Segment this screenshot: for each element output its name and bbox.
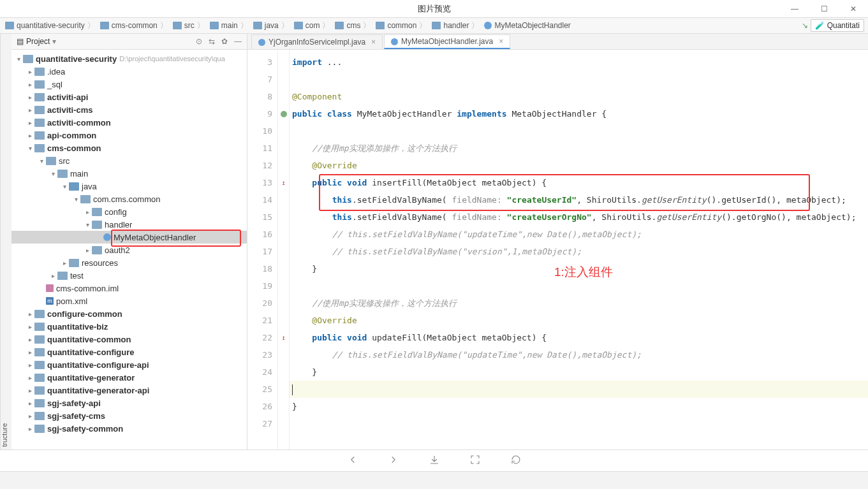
breadcrumb-item[interactable]: handler〉 xyxy=(430,20,483,31)
chevron-right-icon[interactable]: ▸ xyxy=(26,132,34,139)
next-icon[interactable] xyxy=(388,454,399,467)
chevron-right-icon[interactable]: ▸ xyxy=(26,310,34,317)
close-icon[interactable]: × xyxy=(499,37,503,46)
chevron-right-icon[interactable]: ▸ xyxy=(83,208,92,215)
fullscreen-icon[interactable] xyxy=(469,454,481,467)
tree-row[interactable]: ▸oauth2 xyxy=(11,244,247,256)
code-line[interactable]: } xyxy=(290,363,868,381)
code-line[interactable]: @Override xyxy=(290,157,868,174)
breadcrumb-item[interactable]: quantitative-security〉 xyxy=(4,20,99,31)
chevron-right-icon[interactable]: ▸ xyxy=(26,323,34,330)
tree-row[interactable]: ·cms-common.iml xyxy=(11,282,247,295)
chevron-right-icon[interactable]: ▸ xyxy=(26,81,34,88)
analyze-icon[interactable]: ↘ xyxy=(802,21,808,30)
breadcrumb-item[interactable]: java〉 xyxy=(252,20,293,31)
breadcrumb-item[interactable]: src〉 xyxy=(172,20,209,31)
tree-row[interactable]: ▸quantitative-configure-api xyxy=(11,358,247,371)
chevron-right-icon[interactable]: ▸ xyxy=(26,349,34,356)
chevron-right-icon[interactable]: ▸ xyxy=(26,336,34,343)
project-tree[interactable]: ▾ quantitative-security D:\project\quant… xyxy=(11,50,247,449)
code-line[interactable] xyxy=(290,415,868,432)
tree-root[interactable]: ▾ quantitative-security D:\project\quant… xyxy=(11,52,247,65)
override-icon[interactable]: ↥ xyxy=(281,334,285,341)
tree-row[interactable]: ▸sgj-safety-api xyxy=(11,397,247,409)
chevron-right-icon[interactable]: ▸ xyxy=(26,400,34,407)
tree-row[interactable]: ▸api-common xyxy=(11,129,247,142)
chevron-right-icon[interactable]: ▸ xyxy=(83,247,92,254)
code-line[interactable]: // this.setFieldValByName("updateTime",n… xyxy=(290,226,868,243)
tree-row[interactable]: ▾main xyxy=(11,167,247,180)
chevron-down-icon[interactable]: ▾ xyxy=(83,221,92,228)
refresh-icon[interactable] xyxy=(510,454,522,467)
chevron-right-icon[interactable]: ▸ xyxy=(26,387,34,394)
breadcrumb-item[interactable]: main〉 xyxy=(209,20,252,31)
chevron-down-icon[interactable]: ▾ xyxy=(26,145,34,152)
tree-row[interactable]: ▸resources xyxy=(11,256,247,269)
code-line[interactable]: @Override xyxy=(290,312,868,329)
chevron-right-icon[interactable]: ▸ xyxy=(26,374,34,381)
breadcrumb-item[interactable]: com〉 xyxy=(293,20,334,31)
tree-row[interactable]: ▾handler xyxy=(11,218,247,231)
tree-row[interactable]: ▸quantitative-generator-api xyxy=(11,384,247,397)
code-line[interactable]: // this.setFieldValByName("version",1,me… xyxy=(290,243,868,260)
editor-tab[interactable]: YjOrganInfoServiceImpl.java× xyxy=(251,34,383,49)
target-icon[interactable]: ⊙ xyxy=(196,37,202,46)
code-line[interactable]: import ... xyxy=(290,54,868,71)
structure-tool-button[interactable]: tructure xyxy=(0,398,11,449)
chevron-right-icon[interactable]: ▸ xyxy=(26,119,34,126)
gear-icon[interactable]: ✿ xyxy=(221,37,228,46)
code-line[interactable]: public class MyMetaObjectHandler impleme… xyxy=(290,105,868,122)
maximize-button[interactable]: ☐ xyxy=(809,0,839,18)
hide-icon[interactable]: — xyxy=(234,37,242,46)
tree-row[interactable]: ▸quantitative-common xyxy=(11,333,247,346)
code-line[interactable]: // this.setFieldValByName("updateTime",n… xyxy=(290,346,868,363)
chevron-down-icon[interactable]: ▾ xyxy=(37,157,46,164)
override-icon[interactable]: ↥ xyxy=(281,179,285,186)
chevron-right-icon[interactable]: ▸ xyxy=(26,94,34,101)
breadcrumb-item[interactable]: cms-common〉 xyxy=(99,20,172,31)
tree-row[interactable]: ▸.idea xyxy=(11,65,247,78)
code-line[interactable]: @Component xyxy=(290,88,868,105)
chevron-right-icon[interactable]: ▸ xyxy=(48,272,57,279)
breadcrumb-item[interactable]: common〉 xyxy=(374,20,430,31)
code-line[interactable]: this.setFieldValByName( fieldName: "crea… xyxy=(290,208,868,226)
chevron-down-icon[interactable]: ▾ xyxy=(71,196,80,203)
tree-row[interactable]: ▸_sql xyxy=(11,78,247,91)
code-line[interactable]: public void updateFill(MetaObject metaOb… xyxy=(290,329,868,346)
breadcrumb-item[interactable]: cms〉 xyxy=(334,20,374,31)
code-line[interactable] xyxy=(290,122,868,140)
tree-row[interactable]: ▸quantitative-configure xyxy=(11,346,247,358)
download-icon[interactable] xyxy=(429,454,440,467)
code-line[interactable]: public void insertFill(MetaObject metaOb… xyxy=(290,174,868,191)
chevron-right-icon[interactable]: ▸ xyxy=(26,68,34,75)
tree-row[interactable]: ▾java xyxy=(11,180,247,193)
chevron-down-icon[interactable]: ▾ xyxy=(60,183,69,190)
tree-row[interactable]: ▸sgj-safety-cms xyxy=(11,409,247,422)
breadcrumb-item[interactable]: MyMetaObjectHandler xyxy=(483,21,574,30)
chevron-right-icon[interactable]: ▸ xyxy=(60,259,69,266)
code-editor[interactable]: 3789101112131415161718192021222324252627… xyxy=(247,50,868,449)
tree-row[interactable]: ▸configure-common xyxy=(11,307,247,320)
code-line[interactable]: this.setFieldValByName( fieldName: "crea… xyxy=(290,191,868,208)
run-config-button[interactable]: 🧪 Quantitati xyxy=(811,19,864,32)
close-button[interactable]: ✕ xyxy=(839,0,868,18)
tree-row[interactable]: ▾src xyxy=(11,154,247,167)
collapse-icon[interactable]: ⇆ xyxy=(209,37,215,46)
code-line[interactable]: } xyxy=(290,398,868,415)
chevron-right-icon[interactable]: ▸ xyxy=(26,361,34,369)
tree-row[interactable]: ▸config xyxy=(11,205,247,218)
close-icon[interactable]: × xyxy=(371,38,376,47)
chevron-right-icon[interactable]: ▸ xyxy=(26,425,34,432)
code-line[interactable] xyxy=(290,71,868,88)
tree-row[interactable]: ·mpom.xml xyxy=(11,295,247,307)
tree-row[interactable]: ▾cms-common xyxy=(11,142,247,154)
tree-row[interactable]: ▸quantitative-biz xyxy=(11,320,247,333)
code-line[interactable]: //使用mp实现修改操作，这个方法执行 xyxy=(290,295,868,312)
tree-row[interactable]: ·MyMetaObjectHandler xyxy=(11,231,247,244)
minimize-button[interactable]: — xyxy=(780,0,809,18)
tree-row[interactable]: ▸sgj-safety-common xyxy=(11,422,247,435)
tree-row[interactable]: ▸activiti-common xyxy=(11,116,247,129)
chevron-down-icon[interactable]: ▾ xyxy=(48,170,57,177)
breadcrumb[interactable]: quantitative-security〉cms-common〉src〉mai… xyxy=(4,20,802,31)
tree-row[interactable]: ▸activiti-api xyxy=(11,91,247,103)
